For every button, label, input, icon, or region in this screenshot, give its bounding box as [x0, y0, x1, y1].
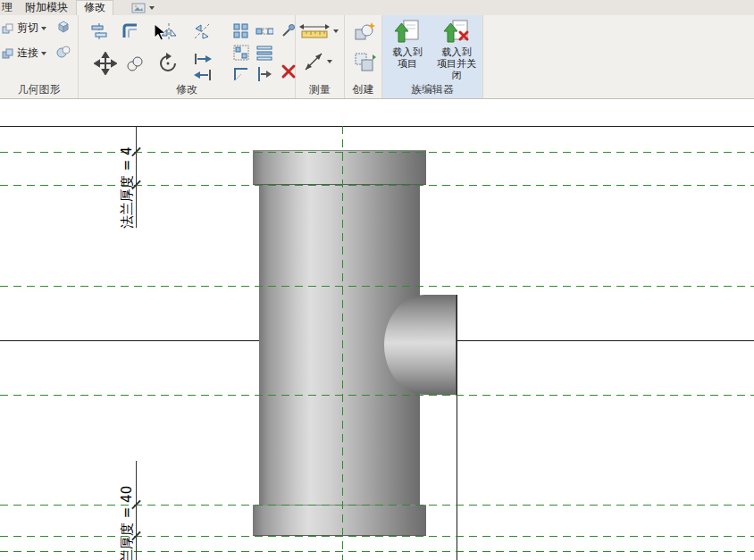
reference-plane-horizontal[interactable] — [0, 152, 754, 153]
image-icon — [131, 2, 146, 14]
branch-edge-line[interactable] — [457, 295, 457, 560]
rotate-icon[interactable] — [156, 52, 180, 75]
panel-create-label: 创建 — [345, 82, 381, 97]
pipe-top-flange[interactable] — [253, 150, 426, 185]
chevron-down-icon — [41, 27, 46, 30]
create-group-icon[interactable] — [353, 21, 376, 44]
reference-plane-horizontal[interactable] — [0, 185, 754, 186]
tab-manage-partial[interactable]: 理 — [0, 0, 17, 15]
pipe-branch[interactable] — [384, 295, 457, 395]
move-icon[interactable] — [94, 52, 117, 75]
cut-geometry-icon[interactable] — [55, 19, 71, 35]
reference-plane-horizontal[interactable] — [0, 536, 754, 537]
trim-corner-icon[interactable] — [232, 65, 250, 83]
offset-icon[interactable] — [121, 21, 140, 41]
chevron-down-icon — [333, 29, 339, 33]
grid-guide-icon[interactable] — [232, 44, 250, 62]
panel-measure-label: 测量 — [296, 82, 344, 97]
join-button[interactable]: 连接 — [2, 46, 46, 61]
chevron-down-icon — [327, 60, 332, 63]
chevron-down-icon — [149, 6, 155, 10]
load-project-line1: 载入到 — [393, 46, 423, 58]
panel-geometry-label: 几何图形 — [0, 82, 78, 97]
tab-addins[interactable]: 附加模块 — [17, 0, 76, 15]
reference-plane-vertical[interactable] — [342, 126, 343, 560]
revit-family-editor-window: 理 附加模块 修改 剪切 — [0, 0, 754, 560]
panel-modify-label: 修改 — [79, 82, 295, 97]
panel-measure: 测量 — [296, 15, 345, 98]
panel-create: 创建 — [345, 15, 382, 98]
join-label: 连接 — [17, 46, 38, 61]
load-project-close-icon — [443, 18, 470, 45]
panel-family-editor: 载入到 项目 载入到 项目并关闭 族编辑器 — [382, 15, 483, 98]
join-icon — [2, 47, 14, 60]
delete-icon[interactable] — [281, 63, 297, 79]
rows-icon[interactable] — [256, 44, 273, 62]
pipe-bottom-flange[interactable] — [253, 505, 426, 536]
array-row-icon[interactable] — [256, 22, 273, 40]
align-icon[interactable] — [89, 21, 109, 41]
measure-ruler-icon — [298, 23, 331, 39]
load-project-close-line2: 项目并关闭 — [433, 58, 480, 81]
load-into-project-button[interactable]: 载入到 项目 — [384, 18, 431, 84]
measure-ruler-button[interactable] — [298, 23, 339, 39]
load-project-close-line1: 载入到 — [442, 46, 472, 58]
panel-modify: 修改 — [79, 15, 296, 98]
align-arrow-top-icon[interactable] — [192, 53, 214, 65]
chevron-down-icon — [41, 52, 46, 55]
reference-plane-horizontal[interactable] — [0, 286, 754, 287]
dimension-text-flange-bottom[interactable]: 兰厚度 = 40 — [119, 486, 136, 560]
ribbon: 剪切 连接 几何图形 — [0, 15, 754, 99]
load-into-project-and-close-button[interactable]: 载入到 项目并关闭 — [433, 18, 480, 84]
measure-diagonal-button[interactable] — [303, 51, 332, 72]
dimension-line-top[interactable] — [136, 126, 137, 228]
array-grid-icon[interactable] — [232, 22, 250, 40]
mirror-draw-icon[interactable] — [192, 21, 212, 41]
reference-plane-horizontal[interactable] — [0, 395, 754, 396]
cursor-arrow-icon — [154, 23, 168, 43]
join-geometry-icon[interactable] — [55, 44, 71, 60]
drawing-canvas[interactable]: 法兰厚度 = 4 兰厚度 = 40 — [0, 99, 754, 560]
align-arrow-bottom-icon[interactable] — [192, 69, 214, 81]
cut-button[interactable]: 剪切 — [2, 21, 46, 36]
load-project-line2: 项目 — [398, 58, 417, 70]
create-similar-icon[interactable] — [353, 51, 376, 74]
load-project-icon — [394, 18, 421, 45]
panel-geometry: 剪切 连接 几何图形 — [0, 15, 79, 98]
panel-family-editor-label: 族编辑器 — [382, 82, 482, 97]
ribbon-tab-bar: 理 附加模块 修改 — [0, 0, 754, 15]
measure-diagonal-icon — [303, 51, 324, 72]
copy-icon[interactable] — [125, 54, 145, 74]
cut-icon — [2, 22, 14, 35]
section-top-line[interactable] — [0, 126, 754, 127]
dimension-line-bottom[interactable] — [136, 461, 137, 560]
pin-icon[interactable] — [281, 22, 297, 38]
cut-label: 剪切 — [17, 21, 38, 36]
reference-plane-horizontal[interactable] — [0, 551, 754, 552]
reference-plane-horizontal[interactable] — [0, 505, 754, 506]
dimension-text-flange-top[interactable]: 法兰厚度 = 4 — [119, 146, 136, 229]
view-image-dropdown-button[interactable] — [126, 0, 160, 15]
tab-modify[interactable]: 修改 — [76, 0, 113, 15]
trim-extend-icon[interactable] — [256, 65, 273, 83]
